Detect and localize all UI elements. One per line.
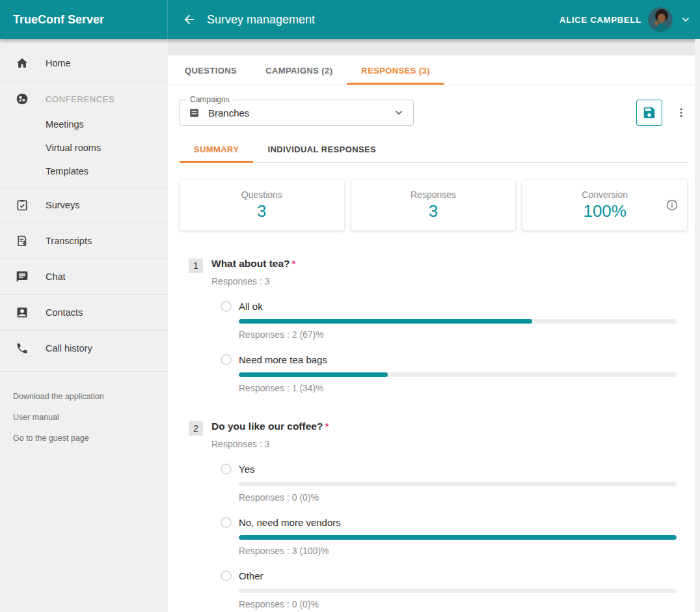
answer-option-stat: Responses : 0 (0)% (239, 492, 687, 503)
stats-row: Questions 3 Responses 3 Conversion 100% (180, 180, 687, 230)
sidebar-item-transcripts[interactable]: Transcripts (0, 227, 168, 255)
save-button[interactable] (636, 100, 662, 126)
subtab-individual-responses[interactable]: INDIVIDUAL RESPONSES (253, 136, 390, 162)
link-guest-page[interactable]: Go to the guest page (13, 428, 168, 449)
chevron-down-icon (679, 13, 692, 26)
sidebar: Home CONFERENCES Meetings Virtual rooms … (0, 39, 168, 612)
radio-button[interactable] (221, 464, 232, 475)
main-area: QUESTIONS CAMPAIGNS (2) RESPONSES (3) Ca… (168, 39, 700, 612)
scrollbar[interactable] (695, 39, 700, 612)
radio-button[interactable] (221, 517, 232, 528)
user-name: ALICE CAMPBELL (559, 15, 641, 25)
phone-icon (16, 342, 29, 355)
sidebar-item-virtual-rooms[interactable]: Virtual rooms (0, 136, 168, 160)
answer-option-stat: Responses : 3 (100)% (239, 546, 687, 556)
contacts-icon (16, 306, 29, 319)
sidebar-item-chat[interactable]: Chat (0, 263, 168, 290)
more-options-button[interactable] (675, 107, 687, 118)
info-icon (666, 199, 679, 212)
question-header: 2 Do you like our coffee?* (189, 421, 687, 436)
sidebar-item-label: Surveys (46, 200, 79, 210)
app-title: TrueConf Server (0, 0, 168, 39)
sidebar-item-label: Virtual rooms (46, 143, 101, 153)
divider (0, 223, 168, 223)
question-title: What about tea?* (211, 258, 296, 270)
tab-responses[interactable]: RESPONSES (3) (347, 55, 444, 85)
campaign-select[interactable]: Campaigns Branches (180, 100, 414, 126)
survey-panel: QUESTIONS CAMPAIGNS (2) RESPONSES (3) Ca… (168, 55, 700, 612)
responses-content: Campaigns Branches (168, 85, 700, 609)
question-number-badge: 1 (189, 258, 203, 273)
link-user-manual[interactable]: User manual (13, 407, 168, 428)
answer-option-label: Yes (239, 464, 254, 475)
sidebar-item-call-history[interactable]: Call history (0, 335, 168, 362)
question-header: 1 What about tea?* (189, 258, 687, 273)
result-subtabs: SUMMARY INDIVIDUAL RESPONSES (180, 136, 687, 163)
stat-value: 3 (257, 201, 266, 221)
question-responses-count: Responses : 3 (211, 439, 687, 449)
answer-option: Yes Responses : 0 (0)% (189, 464, 687, 503)
campaign-icon (188, 107, 200, 119)
survey-tabs: QUESTIONS CAMPAIGNS (2) RESPONSES (3) (168, 55, 700, 85)
sidebar-item-label: Chat (46, 271, 66, 282)
result-bar-track (239, 372, 677, 377)
sidebar-item-templates[interactable]: Templates (0, 160, 168, 183)
radio-button[interactable] (221, 301, 232, 312)
chevron-down-icon (392, 106, 405, 119)
subtab-summary[interactable]: SUMMARY (180, 136, 253, 162)
divider (0, 294, 168, 295)
tab-questions[interactable]: QUESTIONS (170, 55, 251, 85)
conversion-info-button[interactable] (666, 199, 679, 212)
stat-card-questions: Questions 3 (180, 180, 344, 230)
question-title-text: What about tea? (211, 258, 290, 269)
sidebar-item-contacts[interactable]: Contacts (0, 299, 168, 326)
sidebar-item-meetings[interactable]: Meetings (0, 113, 168, 136)
answer-option-head: Yes (221, 464, 687, 475)
stat-label: Responses (411, 189, 456, 200)
link-download-application[interactable]: Download the application (13, 386, 168, 407)
sidebar-item-home[interactable]: Home (0, 49, 168, 77)
tab-campaigns[interactable]: CAMPAIGNS (2) (251, 55, 347, 85)
sidebar-item-surveys[interactable]: Surveys (0, 191, 168, 219)
campaign-select-label: Campaigns (187, 95, 233, 104)
surveys-icon (16, 199, 29, 212)
question-title-text: Do you like our coffee? (211, 421, 323, 432)
back-button[interactable] (182, 12, 196, 27)
answer-option-label: Other (239, 570, 263, 581)
floppy-disk-icon (642, 105, 656, 120)
transcripts-icon (16, 234, 29, 247)
radio-button[interactable] (221, 354, 232, 365)
toolbar: Campaigns Branches (180, 100, 687, 126)
page-title: Survey management (207, 13, 315, 27)
required-asterisk: * (292, 258, 296, 269)
result-bar-fill (239, 372, 388, 377)
avatar (648, 7, 673, 32)
stat-label: Conversion (582, 189, 628, 200)
required-asterisk: * (325, 421, 329, 432)
divider (0, 371, 168, 372)
divider (0, 330, 168, 331)
answer-option: Other Responses : 0 (0)% (189, 570, 687, 609)
answer-option-label: Need more tea bags (239, 354, 327, 365)
layout: Home CONFERENCES Meetings Virtual rooms … (0, 39, 700, 612)
result-bar-fill (239, 535, 677, 540)
arrow-left-icon (182, 12, 196, 27)
divider (0, 81, 168, 81)
sidebar-item-label: Transcripts (46, 236, 92, 246)
answer-option-label: No, need more vendors (239, 517, 341, 528)
answer-option-head: No, need more vendors (221, 517, 687, 528)
campaign-select-value: Branches (208, 107, 249, 118)
result-bar-track (239, 482, 677, 486)
divider (0, 258, 168, 259)
stat-value: 3 (429, 201, 438, 221)
app-header: TrueConf Server Survey management ALICE … (0, 0, 700, 39)
conferences-icon (16, 92, 29, 105)
user-menu[interactable]: ALICE CAMPBELL (559, 0, 700, 39)
answer-option-stat: Responses : 0 (0)% (239, 599, 687, 609)
stat-card-responses: Responses 3 (351, 180, 516, 230)
home-icon (16, 57, 29, 70)
sidebar-links: Download the application User manual Go … (0, 386, 168, 449)
radio-button[interactable] (221, 570, 232, 581)
divider (0, 187, 168, 188)
answer-option: No, need more vendors Responses : 3 (100… (189, 517, 687, 556)
